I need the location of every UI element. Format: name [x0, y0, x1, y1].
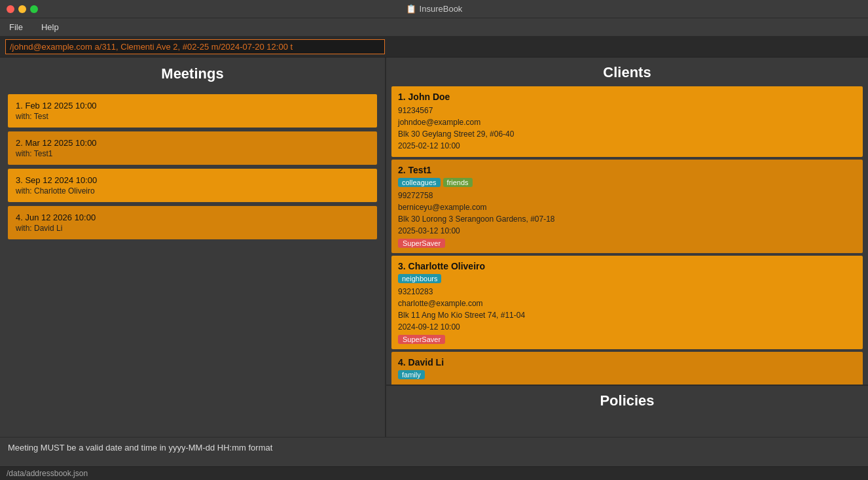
- meeting-item[interactable]: 3. Sep 12 2024 10:00 with: Charlotte Oli…: [8, 169, 377, 202]
- client-item[interactable]: 4. David Li family 91031282lidavid@examp…: [391, 352, 863, 385]
- clients-list[interactable]: 1. John Doe 91234567johndoe@example.comB…: [386, 86, 868, 385]
- meetings-header: Meetings: [0, 58, 385, 89]
- client-email: johndoe@example.com: [398, 116, 856, 128]
- message-text: Meeting MUST be a valid date and time in…: [8, 443, 272, 453]
- meeting-title: 2. Mar 12 2025 10:00: [16, 138, 369, 148]
- meeting-subtitle: with: Test1: [16, 149, 369, 158]
- client-email: charlotte@example.com: [398, 298, 856, 309]
- maximize-button[interactable]: [30, 5, 38, 13]
- client-tags: neighbours: [398, 274, 856, 283]
- client-name: 1. John Doe: [398, 92, 856, 102]
- supersaver-badge: SuperSaver: [398, 335, 445, 344]
- left-panel: Meetings 1. Feb 12 2025 10:00 with: Test…: [0, 58, 386, 437]
- meeting-subtitle: with: David Li: [16, 224, 369, 233]
- command-bar: [0, 37, 868, 58]
- client-info: 91234567johndoe@example.comBlk 30 Geylan…: [398, 105, 856, 152]
- client-phone: 93210283: [398, 286, 856, 298]
- client-phone: 91234567: [398, 105, 856, 116]
- client-date: 2024-09-12 10:00: [398, 321, 856, 333]
- client-email: berniceyu@example.com: [398, 201, 856, 213]
- client-date: 2025-02-12 10:00: [398, 140, 856, 152]
- app-title: 📋 InsureBook: [406, 4, 463, 14]
- meeting-title: 3. Sep 12 2024 10:00: [16, 175, 369, 185]
- title-text: InsureBook: [420, 4, 463, 14]
- close-button[interactable]: [7, 5, 14, 13]
- meeting-item[interactable]: 2. Mar 12 2025 10:00 with: Test1: [8, 131, 377, 165]
- client-info: 93210283charlotte@example.comBlk 11 Ang …: [398, 286, 856, 333]
- window-controls: [7, 5, 38, 13]
- main-area: Meetings 1. Feb 12 2025 10:00 with: Test…: [0, 58, 868, 437]
- client-item[interactable]: 2. Test1 colleaguesfriends 99272758berni…: [391, 160, 863, 253]
- client-date: 2025-03-12 10:00: [398, 225, 856, 237]
- policies-section: Policies: [386, 385, 868, 437]
- supersaver-badge: SuperSaver: [398, 239, 445, 248]
- meeting-title: 1. Feb 12 2025 10:00: [16, 101, 369, 111]
- app-icon: 📋: [406, 4, 416, 14]
- meetings-list[interactable]: 1. Feb 12 2025 10:00 with: Test 2. Mar 1…: [0, 89, 385, 437]
- tag-family: family: [398, 370, 425, 379]
- client-tags: colleaguesfriends: [398, 178, 856, 187]
- client-phone: 99272758: [398, 190, 856, 201]
- titlebar: 📋 InsureBook: [0, 0, 868, 18]
- minimize-button[interactable]: [18, 5, 26, 13]
- client-item[interactable]: 3. Charlotte Oliveiro neighbours 9321028…: [391, 256, 863, 349]
- client-name: 2. Test1: [398, 165, 856, 175]
- status-bar: /data/addressbook.json: [0, 466, 868, 480]
- meeting-item[interactable]: 4. Jun 12 2026 10:00 with: David Li: [8, 206, 377, 239]
- policies-header: Policies: [386, 386, 868, 416]
- clients-section: Clients 1. John Doe 91234567johndoe@exam…: [386, 58, 868, 385]
- client-info: 99272758berniceyu@example.comBlk 30 Loro…: [398, 190, 856, 237]
- client-name: 3. Charlotte Oliveiro: [398, 261, 856, 271]
- meeting-subtitle: with: Test: [16, 112, 369, 121]
- right-panel: Clients 1. John Doe 91234567johndoe@exam…: [386, 58, 868, 437]
- client-tags: family: [398, 370, 856, 379]
- status-path: /data/addressbook.json: [7, 469, 88, 478]
- command-input[interactable]: [5, 39, 385, 54]
- tag-colleagues: colleagues: [398, 178, 441, 187]
- client-address: Blk 30 Lorong 3 Serangoon Gardens, #07-1…: [398, 213, 856, 225]
- client-name: 4. David Li: [398, 357, 856, 368]
- meeting-item[interactable]: 1. Feb 12 2025 10:00 with: Test: [8, 94, 377, 128]
- client-item[interactable]: 1. John Doe 91234567johndoe@example.comB…: [391, 86, 863, 157]
- client-address: Blk 30 Geylang Street 29, #06-40: [398, 128, 856, 140]
- clients-header: Clients: [386, 58, 868, 86]
- client-address: Blk 11 Ang Mo Kio Street 74, #11-04: [398, 309, 856, 321]
- meeting-subtitle: with: Charlotte Oliveiro: [16, 186, 369, 196]
- message-bar: Meeting MUST be a valid date and time in…: [0, 437, 868, 466]
- menubar: File Help: [0, 18, 868, 37]
- meeting-title: 4. Jun 12 2026 10:00: [16, 213, 369, 222]
- menu-help[interactable]: Help: [37, 21, 63, 33]
- tag-neighbours: neighbours: [398, 274, 441, 283]
- tag-friends: friends: [443, 178, 473, 187]
- menu-file[interactable]: File: [5, 21, 27, 33]
